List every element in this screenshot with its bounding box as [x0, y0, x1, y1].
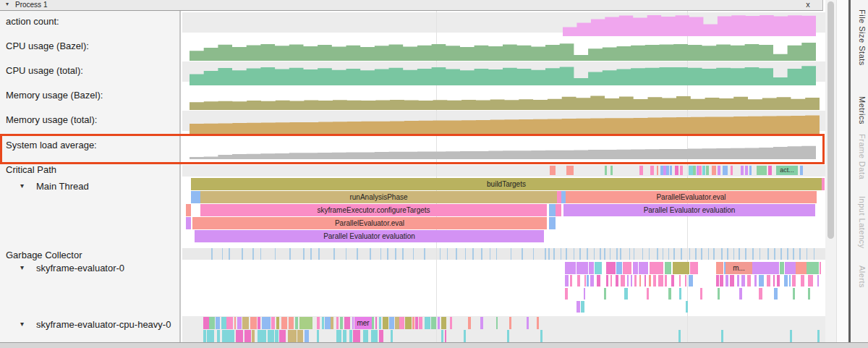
trace-event[interactable] — [621, 275, 625, 287]
counter-chart-system-load-average[interactable] — [190, 135, 816, 160]
trace-event[interactable] — [673, 262, 690, 274]
critical-path-event[interactable] — [731, 166, 733, 175]
trace-event[interactable] — [577, 275, 580, 287]
trace-event[interactable] — [268, 330, 273, 342]
trace-event[interactable] — [412, 317, 414, 329]
trace-event[interactable] — [650, 262, 664, 274]
trace-event[interactable] — [647, 288, 649, 300]
trace-event[interactable] — [767, 275, 770, 287]
trace-event-labeled[interactable]: mer — [354, 317, 372, 329]
trace-event[interactable] — [363, 330, 368, 342]
trace-event[interactable] — [790, 330, 792, 342]
trace-event[interactable] — [207, 330, 214, 342]
trace-event[interactable] — [507, 330, 509, 342]
counter-chart-memory-usage-total[interactable] — [190, 111, 820, 135]
trace-event[interactable] — [399, 317, 404, 329]
trace-event[interactable] — [217, 330, 219, 342]
trace-event[interactable] — [808, 288, 810, 300]
expand-arrow-icon[interactable]: ▾ — [20, 263, 24, 271]
trace-event[interactable] — [774, 288, 778, 300]
trace-event[interactable] — [634, 275, 637, 287]
trace-event[interactable] — [754, 275, 757, 287]
critical-path-event[interactable] — [723, 166, 728, 175]
sidebar-tab-frame-data[interactable]: Frame Data — [852, 134, 867, 179]
trace-event[interactable] — [700, 288, 702, 300]
trace-event[interactable] — [623, 262, 632, 274]
trace-event[interactable] — [438, 317, 440, 329]
trace-event[interactable] — [739, 288, 742, 300]
trace-event[interactable] — [627, 275, 629, 287]
flame-bar[interactable] — [191, 191, 200, 203]
trace-event[interactable] — [796, 262, 807, 274]
trace-event[interactable] — [678, 330, 681, 342]
critical-path-event[interactable] — [745, 166, 748, 175]
trace-event[interactable] — [395, 317, 400, 329]
flame-bar[interactable]: ParallelEvaluator.eval — [192, 217, 547, 229]
counter-chart-cpu-usage-total[interactable] — [190, 61, 816, 86]
trace-event[interactable] — [221, 317, 226, 329]
trace-event[interactable] — [407, 317, 412, 329]
critical-path-event[interactable] — [800, 166, 803, 175]
trace-event[interactable] — [527, 317, 529, 329]
trace-event[interactable] — [336, 330, 341, 342]
trace-event[interactable] — [297, 330, 303, 342]
trace-event[interactable] — [325, 317, 331, 329]
critical-path-event[interactable] — [706, 166, 709, 175]
trace-event[interactable] — [261, 330, 266, 342]
trace-event[interactable] — [685, 275, 687, 287]
trace-event[interactable] — [665, 275, 667, 287]
trace-event[interactable] — [759, 288, 762, 300]
trace-event[interactable] — [639, 275, 641, 287]
trace-event[interactable] — [808, 275, 813, 287]
counter-chart-action-count[interactable] — [563, 12, 816, 37]
trace-event[interactable] — [730, 275, 734, 287]
trace-event[interactable] — [616, 275, 618, 287]
critical-path-event[interactable] — [757, 166, 767, 175]
critical-path-event[interactable] — [657, 166, 658, 175]
trace-event[interactable] — [581, 301, 584, 313]
trace-event[interactable] — [689, 275, 693, 287]
flame-bar[interactable] — [556, 204, 561, 216]
trace-event[interactable] — [234, 317, 236, 329]
critical-path-event[interactable] — [693, 166, 696, 175]
flame-bar[interactable] — [186, 217, 191, 229]
trace-event[interactable] — [817, 275, 819, 287]
trace-event[interactable] — [441, 330, 443, 342]
vertical-scrollbar-thumb[interactable] — [827, 1, 834, 239]
trace-event[interactable] — [244, 330, 251, 342]
critical-path-event[interactable] — [712, 166, 716, 175]
critical-path-event[interactable] — [718, 166, 720, 175]
trace-event[interactable] — [784, 275, 788, 287]
trace-event[interactable] — [209, 317, 215, 329]
trace-event[interactable] — [203, 317, 209, 329]
timeline-track-area[interactable]: act...buildTargetsrunAnalysisPhaseParall… — [182, 11, 825, 342]
trace-event[interactable] — [415, 317, 418, 329]
trace-event[interactable] — [576, 262, 588, 274]
trace-event[interactable] — [289, 317, 294, 329]
trace-event[interactable] — [817, 330, 820, 342]
flame-bar[interactable] — [549, 217, 556, 229]
trace-event[interactable] — [425, 317, 430, 329]
trace-event[interactable] — [721, 330, 723, 342]
trace-event[interactable] — [584, 288, 585, 300]
sidebar-tab-input-latency[interactable]: Input Latency — [852, 196, 867, 249]
trace-event[interactable] — [590, 275, 594, 287]
trace-event[interactable] — [275, 330, 278, 342]
critical-path-event[interactable] — [702, 166, 705, 175]
trace-event[interactable] — [276, 317, 279, 329]
trace-event[interactable] — [226, 317, 233, 329]
trace-event[interactable] — [785, 262, 795, 274]
trace-event[interactable] — [226, 330, 234, 342]
flame-bar[interactable]: Parallel Evaluator evaluation — [195, 230, 544, 242]
critical-path-event[interactable] — [650, 166, 654, 175]
trace-event[interactable] — [258, 317, 260, 329]
trace-event[interactable] — [658, 275, 663, 287]
trace-event[interactable] — [281, 317, 288, 329]
trace-event[interactable] — [237, 317, 242, 329]
critical-path-event[interactable] — [699, 166, 702, 175]
trace-event[interactable] — [389, 317, 395, 329]
trace-event[interactable] — [236, 330, 244, 342]
trace-event[interactable] — [624, 288, 628, 300]
close-icon[interactable]: x — [803, 0, 813, 9]
trace-event[interactable] — [789, 275, 791, 287]
